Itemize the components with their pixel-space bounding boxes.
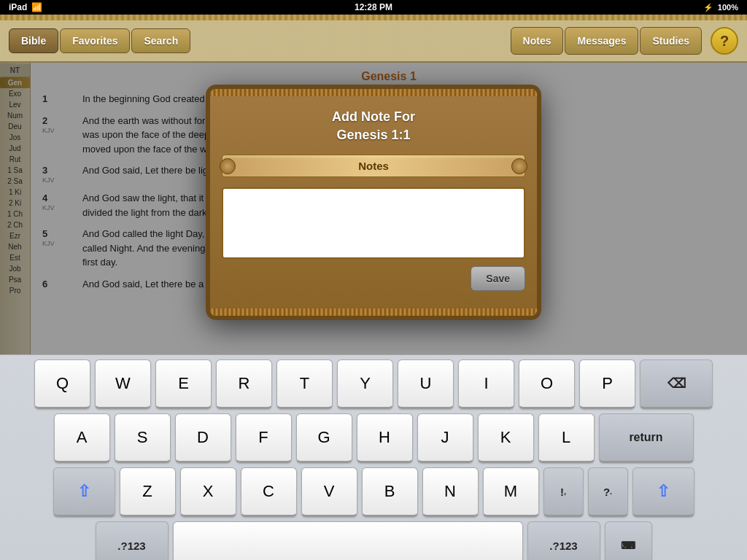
keyboard-row-3: ⇧ Z X C V B N M !, ?. ⇧: [0, 463, 747, 517]
key-shift-left[interactable]: ⇧: [53, 467, 115, 517]
key-z[interactable]: Z: [120, 467, 176, 517]
key-question[interactable]: ?.: [588, 467, 628, 517]
keyboard: Q W E R T Y U I O P ⌫ A S D F G H J K L …: [0, 354, 747, 560]
modal-rope-bottom: [210, 308, 537, 316]
key-p[interactable]: P: [579, 359, 635, 409]
battery-label: 100%: [718, 3, 738, 12]
key-k[interactable]: K: [478, 413, 534, 463]
key-v[interactable]: V: [301, 467, 357, 517]
key-g[interactable]: G: [296, 413, 352, 463]
key-r[interactable]: R: [216, 359, 272, 409]
key-shift-right[interactable]: ⇧: [632, 467, 694, 517]
nav-buttons-left: Bible Favorites Search: [9, 28, 190, 53]
key-symbols-right[interactable]: .?123: [527, 521, 600, 560]
keyboard-row-2: A S D F G H J K L return: [0, 409, 747, 463]
key-d[interactable]: D: [175, 413, 231, 463]
studies-button[interactable]: Studies: [640, 27, 702, 55]
key-exclamation[interactable]: !,: [543, 467, 584, 517]
bible-button[interactable]: Bible: [9, 28, 58, 53]
key-t[interactable]: T: [276, 359, 333, 409]
modal-inner: Add Note For Genesis 1:1 Notes Save: [210, 96, 537, 308]
key-return[interactable]: return: [599, 413, 694, 463]
ipad-label: iPad: [9, 2, 27, 12]
keyboard-row-1: Q W E R T Y U I O P ⌫: [0, 355, 747, 409]
status-bar: iPad 📶 12:28 PM ⚡ 100%: [0, 0, 747, 15]
time-display: 12:28 PM: [355, 2, 392, 12]
key-h[interactable]: H: [357, 413, 413, 463]
save-button[interactable]: Save: [471, 266, 525, 291]
bluetooth-icon: ⚡: [703, 3, 713, 12]
rope-decoration-top: [0, 15, 747, 20]
messages-button[interactable]: Messages: [565, 27, 638, 55]
key-u[interactable]: U: [398, 359, 454, 409]
modal-textarea-wrapper: [222, 187, 525, 259]
key-l[interactable]: L: [538, 413, 595, 463]
key-w[interactable]: W: [95, 359, 151, 409]
modal-title: Add Note For Genesis 1:1: [222, 108, 525, 144]
key-j[interactable]: J: [417, 413, 473, 463]
key-space[interactable]: [173, 521, 523, 560]
key-m[interactable]: M: [483, 467, 539, 517]
wifi-icon: 📶: [31, 2, 42, 12]
note-textarea[interactable]: [223, 189, 524, 254]
favorites-button[interactable]: Favorites: [60, 28, 130, 53]
notes-button[interactable]: Notes: [511, 27, 564, 55]
nav-buttons-right: Notes Messages Studies ?: [511, 27, 738, 55]
key-a[interactable]: A: [54, 413, 110, 463]
key-q[interactable]: Q: [34, 359, 90, 409]
toolbar: Bible Favorites Search Notes Messages St…: [0, 20, 747, 63]
key-y[interactable]: Y: [337, 359, 393, 409]
main-content: NT Gen Exo Lev Num Deu Jos Jud Rut 1 Sa …: [0, 63, 747, 354]
key-i[interactable]: I: [458, 359, 514, 409]
key-o[interactable]: O: [519, 359, 575, 409]
key-s[interactable]: S: [115, 413, 171, 463]
modal-overlay: Add Note For Genesis 1:1 Notes Save: [0, 63, 747, 354]
help-button[interactable]: ?: [711, 27, 738, 55]
key-b[interactable]: B: [362, 467, 418, 517]
keyboard-row-4: .?123 .?123 ⌨: [0, 517, 747, 560]
search-button[interactable]: Search: [131, 28, 190, 53]
modal-rope-top: [210, 89, 537, 96]
key-keyboard-dismiss[interactable]: ⌨: [605, 521, 652, 560]
modal-notes-label: Notes: [222, 155, 525, 177]
key-symbols-left[interactable]: .?123: [96, 521, 169, 560]
add-note-modal: Add Note For Genesis 1:1 Notes Save: [206, 85, 541, 320]
key-backspace[interactable]: ⌫: [640, 359, 713, 409]
key-f[interactable]: F: [236, 413, 292, 463]
key-n[interactable]: N: [422, 467, 479, 517]
key-e[interactable]: E: [155, 359, 212, 409]
key-x[interactable]: X: [180, 467, 236, 517]
key-c[interactable]: C: [241, 467, 297, 517]
modal-pointer: [359, 316, 388, 320]
